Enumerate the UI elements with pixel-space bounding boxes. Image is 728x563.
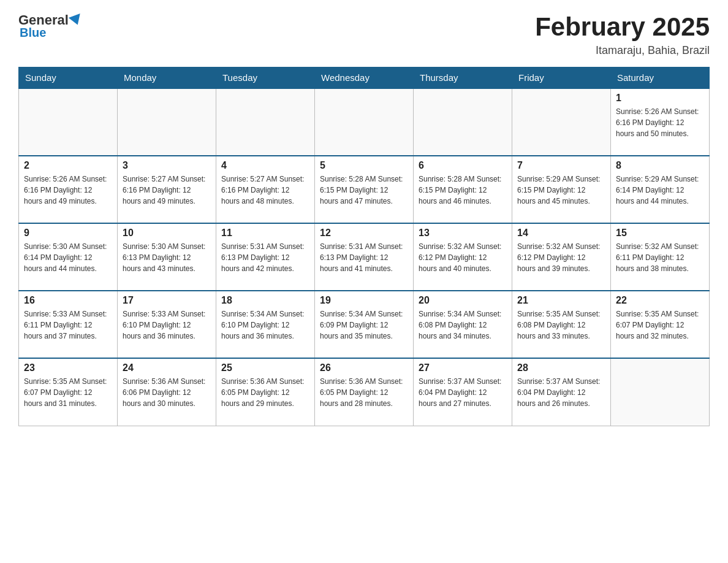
calendar-cell: 18Sunrise: 5:34 AM Sunset: 6:10 PM Dayli… [216, 291, 315, 358]
calendar-cell [315, 88, 414, 156]
day-info: Sunrise: 5:26 AM Sunset: 6:16 PM Dayligh… [24, 174, 112, 207]
calendar-cell: 2Sunrise: 5:26 AM Sunset: 6:16 PM Daylig… [19, 156, 118, 223]
calendar-header-sunday: Sunday [19, 67, 118, 89]
day-info: Sunrise: 5:32 AM Sunset: 6:12 PM Dayligh… [517, 241, 605, 274]
day-info: Sunrise: 5:30 AM Sunset: 6:13 PM Dayligh… [123, 241, 211, 274]
calendar-cell: 26Sunrise: 5:36 AM Sunset: 6:05 PM Dayli… [315, 358, 414, 426]
day-info: Sunrise: 5:28 AM Sunset: 6:15 PM Dayligh… [419, 174, 507, 207]
day-info: Sunrise: 5:33 AM Sunset: 6:10 PM Dayligh… [123, 308, 211, 342]
day-info: Sunrise: 5:34 AM Sunset: 6:08 PM Dayligh… [419, 308, 507, 342]
day-info: Sunrise: 5:36 AM Sunset: 6:05 PM Dayligh… [320, 376, 408, 409]
calendar-cell [118, 88, 216, 156]
day-number: 26 [320, 362, 408, 373]
day-number: 22 [616, 295, 704, 306]
month-title: February 2025 [535, 12, 710, 42]
day-number: 19 [320, 295, 408, 306]
calendar-header-saturday: Saturday [611, 67, 710, 89]
calendar-cell [512, 88, 611, 156]
calendar-cell: 1Sunrise: 5:26 AM Sunset: 6:16 PM Daylig… [611, 88, 710, 156]
calendar-cell: 8Sunrise: 5:29 AM Sunset: 6:14 PM Daylig… [611, 156, 710, 223]
day-number: 27 [419, 362, 507, 373]
calendar-cell [414, 88, 512, 156]
day-info: Sunrise: 5:27 AM Sunset: 6:16 PM Dayligh… [123, 174, 211, 207]
day-info: Sunrise: 5:30 AM Sunset: 6:14 PM Dayligh… [24, 241, 112, 274]
calendar-cell: 20Sunrise: 5:34 AM Sunset: 6:08 PM Dayli… [414, 291, 512, 358]
calendar-cell: 6Sunrise: 5:28 AM Sunset: 6:15 PM Daylig… [414, 156, 512, 223]
calendar-cell: 22Sunrise: 5:35 AM Sunset: 6:07 PM Dayli… [611, 291, 710, 358]
calendar-cell [216, 88, 315, 156]
day-info: Sunrise: 5:36 AM Sunset: 6:06 PM Dayligh… [123, 376, 211, 409]
day-number: 28 [517, 362, 605, 373]
day-number: 3 [123, 160, 211, 171]
calendar-cell [19, 88, 118, 156]
calendar-week-row: 23Sunrise: 5:35 AM Sunset: 6:07 PM Dayli… [19, 358, 710, 426]
title-section: February 2025 Itamaraju, Bahia, Brazil [535, 12, 710, 57]
day-number: 11 [221, 228, 309, 239]
calendar-week-row: 9Sunrise: 5:30 AM Sunset: 6:14 PM Daylig… [19, 223, 710, 291]
day-number: 9 [24, 228, 112, 239]
logo: General Blue [18, 12, 82, 40]
day-info: Sunrise: 5:35 AM Sunset: 6:07 PM Dayligh… [24, 376, 112, 409]
calendar-cell: 15Sunrise: 5:32 AM Sunset: 6:11 PM Dayli… [611, 223, 710, 291]
logo-triangle-icon [69, 13, 83, 27]
day-number: 12 [320, 228, 408, 239]
day-number: 14 [517, 228, 605, 239]
day-number: 7 [517, 160, 605, 171]
day-info: Sunrise: 5:33 AM Sunset: 6:11 PM Dayligh… [24, 308, 112, 342]
day-info: Sunrise: 5:27 AM Sunset: 6:16 PM Dayligh… [221, 174, 309, 207]
calendar-header-thursday: Thursday [414, 67, 512, 89]
calendar-cell: 13Sunrise: 5:32 AM Sunset: 6:12 PM Dayli… [414, 223, 512, 291]
day-number: 5 [320, 160, 408, 171]
day-info: Sunrise: 5:28 AM Sunset: 6:15 PM Dayligh… [320, 174, 408, 207]
page-header: General Blue February 2025 Itamaraju, Ba… [18, 12, 710, 57]
day-number: 16 [24, 295, 112, 306]
calendar-week-row: 1Sunrise: 5:26 AM Sunset: 6:16 PM Daylig… [19, 88, 710, 156]
day-info: Sunrise: 5:32 AM Sunset: 6:11 PM Dayligh… [616, 241, 704, 274]
day-number: 17 [123, 295, 211, 306]
calendar-header-monday: Monday [118, 67, 216, 89]
calendar-cell: 19Sunrise: 5:34 AM Sunset: 6:09 PM Dayli… [315, 291, 414, 358]
day-info: Sunrise: 5:26 AM Sunset: 6:16 PM Dayligh… [616, 106, 704, 139]
calendar-cell [611, 358, 710, 426]
day-number: 10 [123, 228, 211, 239]
day-info: Sunrise: 5:34 AM Sunset: 6:10 PM Dayligh… [221, 308, 309, 342]
calendar-cell: 16Sunrise: 5:33 AM Sunset: 6:11 PM Dayli… [19, 291, 118, 358]
calendar-header-tuesday: Tuesday [216, 67, 315, 89]
calendar-cell: 28Sunrise: 5:37 AM Sunset: 6:04 PM Dayli… [512, 358, 611, 426]
calendar-cell: 10Sunrise: 5:30 AM Sunset: 6:13 PM Dayli… [118, 223, 216, 291]
calendar-cell: 23Sunrise: 5:35 AM Sunset: 6:07 PM Dayli… [19, 358, 118, 426]
day-info: Sunrise: 5:35 AM Sunset: 6:08 PM Dayligh… [517, 308, 605, 342]
day-info: Sunrise: 5:29 AM Sunset: 6:15 PM Dayligh… [517, 174, 605, 207]
calendar-cell: 9Sunrise: 5:30 AM Sunset: 6:14 PM Daylig… [19, 223, 118, 291]
day-number: 23 [24, 362, 112, 373]
calendar-week-row: 16Sunrise: 5:33 AM Sunset: 6:11 PM Dayli… [19, 291, 710, 358]
day-number: 6 [419, 160, 507, 171]
calendar-cell: 25Sunrise: 5:36 AM Sunset: 6:05 PM Dayli… [216, 358, 315, 426]
day-number: 4 [221, 160, 309, 171]
calendar-week-row: 2Sunrise: 5:26 AM Sunset: 6:16 PM Daylig… [19, 156, 710, 223]
calendar-cell: 12Sunrise: 5:31 AM Sunset: 6:13 PM Dayli… [315, 223, 414, 291]
day-info: Sunrise: 5:34 AM Sunset: 6:09 PM Dayligh… [320, 308, 408, 342]
calendar-cell: 11Sunrise: 5:31 AM Sunset: 6:13 PM Dayli… [216, 223, 315, 291]
calendar-header-friday: Friday [512, 67, 611, 89]
day-number: 25 [221, 362, 309, 373]
calendar-cell: 24Sunrise: 5:36 AM Sunset: 6:06 PM Dayli… [118, 358, 216, 426]
day-info: Sunrise: 5:35 AM Sunset: 6:07 PM Dayligh… [616, 308, 704, 342]
calendar-table: SundayMondayTuesdayWednesdayThursdayFrid… [18, 67, 710, 426]
day-info: Sunrise: 5:31 AM Sunset: 6:13 PM Dayligh… [221, 241, 309, 274]
calendar-cell: 7Sunrise: 5:29 AM Sunset: 6:15 PM Daylig… [512, 156, 611, 223]
day-number: 1 [616, 93, 704, 104]
day-number: 20 [419, 295, 507, 306]
calendar-header-wednesday: Wednesday [315, 67, 414, 89]
calendar-cell: 5Sunrise: 5:28 AM Sunset: 6:15 PM Daylig… [315, 156, 414, 223]
calendar-cell: 3Sunrise: 5:27 AM Sunset: 6:16 PM Daylig… [118, 156, 216, 223]
calendar-cell: 21Sunrise: 5:35 AM Sunset: 6:08 PM Dayli… [512, 291, 611, 358]
calendar-header-row: SundayMondayTuesdayWednesdayThursdayFrid… [19, 67, 710, 89]
logo-blue: Blue [20, 26, 46, 40]
day-info: Sunrise: 5:36 AM Sunset: 6:05 PM Dayligh… [221, 376, 309, 409]
day-info: Sunrise: 5:37 AM Sunset: 6:04 PM Dayligh… [419, 376, 507, 409]
day-number: 2 [24, 160, 112, 171]
day-number: 21 [517, 295, 605, 306]
day-info: Sunrise: 5:37 AM Sunset: 6:04 PM Dayligh… [517, 376, 605, 409]
day-number: 18 [221, 295, 309, 306]
